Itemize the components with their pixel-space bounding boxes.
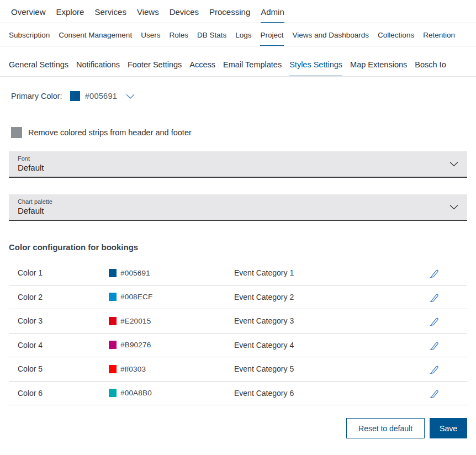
edit-color-button[interactable] — [401, 314, 467, 327]
pencil-icon — [429, 292, 440, 303]
primary-color-value: #005691 — [85, 92, 118, 100]
pencil-icon — [429, 315, 440, 326]
color-name: Color 3 — [18, 316, 109, 325]
event-category: Event Category 3 — [234, 316, 394, 325]
tab-collections[interactable]: Collections — [378, 31, 414, 46]
bookings-color-table: Color 1 #005691 Event Category 1 Color 2… — [9, 261, 467, 405]
bookings-heading: Color configuration for bookings — [9, 242, 476, 252]
project-settings-nav: General Settings Notifications Footer Se… — [0, 46, 476, 77]
nav-services[interactable]: Services — [94, 7, 126, 23]
primary-color-swatch[interactable] — [70, 91, 80, 101]
chart-palette-select-value: Default — [18, 206, 443, 215]
table-row: Color 6 #00A8B0 Event Category 6 — [9, 382, 467, 406]
tab-notifications[interactable]: Notifications — [76, 60, 120, 76]
event-category: Event Category 4 — [234, 341, 394, 350]
pencil-icon — [429, 340, 440, 351]
color-value-cell: #E20015 — [109, 317, 234, 325]
color-swatch — [109, 317, 117, 325]
color-name: Color 2 — [18, 293, 109, 301]
color-swatch — [109, 293, 117, 301]
table-row: Color 4 #B90276 Event Category 4 — [9, 334, 467, 358]
color-value-cell: #ff0303 — [109, 365, 234, 373]
tab-project[interactable]: Project — [260, 31, 283, 46]
font-select-value: Default — [18, 163, 443, 172]
chevron-down-icon[interactable] — [126, 94, 135, 99]
tab-subscription[interactable]: Subscription — [9, 31, 50, 46]
color-hex: #00A8B0 — [120, 389, 152, 397]
remove-strips-checkbox[interactable] — [11, 127, 22, 138]
edit-color-button[interactable] — [401, 266, 467, 279]
chart-palette-select[interactable]: Chart palette Default — [9, 194, 467, 221]
font-select-label: Font — [18, 155, 443, 162]
color-value-cell: #00A8B0 — [109, 389, 234, 397]
edit-color-button[interactable] — [401, 338, 467, 352]
tab-bosch-io[interactable]: Bosch Io — [415, 60, 446, 76]
color-hex: #ff0303 — [120, 365, 146, 373]
tab-roles[interactable]: Roles — [169, 31, 188, 46]
tab-db-stats[interactable]: DB Stats — [197, 31, 226, 46]
chevron-down-icon — [449, 162, 458, 167]
remove-strips-label: Remove colored strips from header and fo… — [28, 128, 192, 137]
primary-color-row: Primary Color: #005691 — [11, 91, 476, 101]
color-hex: #E20015 — [120, 317, 151, 325]
color-hex: #005691 — [120, 269, 150, 277]
tab-views-and-dashboards[interactable]: Views and Dashboards — [293, 31, 369, 46]
tab-users[interactable]: Users — [141, 31, 160, 46]
color-value-cell: #B90276 — [109, 341, 234, 349]
color-value-cell: #005691 — [109, 269, 234, 277]
table-row: Color 1 #005691 Event Category 1 — [9, 261, 467, 285]
pencil-icon — [429, 267, 440, 278]
color-swatch — [109, 365, 117, 373]
table-row: Color 5 #ff0303 Event Category 5 — [9, 357, 467, 382]
form-actions: Reset to default Save — [0, 418, 467, 438]
edit-color-button[interactable] — [401, 362, 467, 375]
tab-footer-settings[interactable]: Footer Settings — [128, 60, 182, 76]
reset-to-default-button[interactable]: Reset to default — [346, 418, 425, 438]
save-button[interactable]: Save — [430, 418, 467, 438]
table-row: Color 3 #E20015 Event Category 3 — [9, 309, 467, 334]
color-swatch — [109, 341, 117, 349]
primary-color-label: Primary Color: — [11, 92, 62, 100]
primary-nav: Overview Explore Services Views Devices … — [0, 0, 476, 23]
color-swatch — [109, 389, 117, 397]
tab-styles-settings[interactable]: Styles Settings — [289, 60, 342, 76]
remove-strips-row: Remove colored strips from header and fo… — [11, 127, 476, 138]
pencil-icon — [429, 388, 440, 399]
table-row: Color 2 #008ECF Event Category 2 — [9, 285, 467, 310]
nav-overview[interactable]: Overview — [11, 7, 46, 23]
edit-color-button[interactable] — [401, 387, 467, 400]
edit-color-button[interactable] — [401, 290, 467, 304]
nav-views[interactable]: Views — [137, 7, 159, 23]
tab-consent-management[interactable]: Consent Management — [59, 31, 132, 46]
color-value-cell: #008ECF — [109, 293, 234, 301]
nav-explore[interactable]: Explore — [56, 7, 84, 23]
color-name: Color 4 — [18, 341, 109, 350]
event-category: Event Category 2 — [234, 293, 394, 301]
tab-general-settings[interactable]: General Settings — [9, 60, 68, 76]
color-hex: #B90276 — [120, 341, 151, 349]
nav-admin[interactable]: Admin — [261, 7, 284, 23]
font-select[interactable]: Font Default — [9, 151, 467, 178]
event-category: Event Category 5 — [234, 364, 394, 373]
pencil-icon — [429, 363, 440, 374]
admin-nav: Subscription Consent Management Users Ro… — [0, 23, 476, 46]
event-category: Event Category 6 — [234, 389, 394, 398]
nav-devices[interactable]: Devices — [170, 7, 199, 23]
nav-processing[interactable]: Processing — [209, 7, 250, 23]
event-category: Event Category 1 — [234, 268, 394, 277]
tab-access[interactable]: Access — [189, 60, 215, 76]
color-name: Color 6 — [18, 389, 109, 398]
color-name: Color 1 — [18, 268, 109, 277]
tab-map-extensions[interactable]: Map Extensions — [350, 60, 407, 76]
color-name: Color 5 — [18, 364, 109, 373]
color-hex: #008ECF — [120, 293, 152, 301]
chart-palette-select-label: Chart palette — [18, 198, 443, 205]
tab-email-templates[interactable]: Email Templates — [223, 60, 282, 76]
tab-logs[interactable]: Logs — [235, 31, 251, 46]
color-swatch — [109, 269, 117, 277]
chevron-down-icon — [449, 205, 458, 210]
tab-retention[interactable]: Retention — [423, 31, 455, 46]
